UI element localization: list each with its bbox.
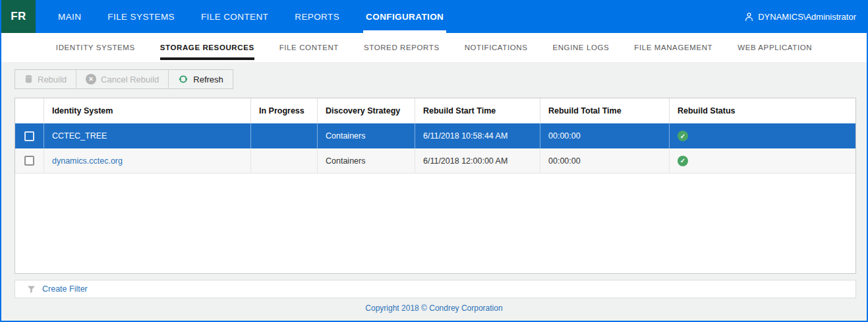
subnav-item-notifications[interactable]: NOTIFICATIONS bbox=[465, 33, 528, 62]
subnav-item-engine-logs[interactable]: ENGINE LOGS bbox=[552, 33, 609, 62]
identity-system-cell: CCTEC_TREE bbox=[44, 123, 251, 148]
subnav-item-web-application[interactable]: WEB APPLICATION bbox=[738, 33, 812, 62]
subnav-item-stored-reports[interactable]: STORED REPORTS bbox=[364, 33, 440, 62]
row-checkbox[interactable] bbox=[24, 156, 34, 166]
identity-systems-table: Identity System In Progress Discovery St… bbox=[14, 98, 856, 274]
header-rebuild-start-time[interactable]: Rebuild Start Time bbox=[415, 98, 540, 123]
subnav-item-file-content[interactable]: FILE CONTENT bbox=[279, 33, 339, 62]
cancel-rebuild-button[interactable]: Cancel Rebuild bbox=[76, 70, 169, 88]
top-nav: MAIN FILE SYSTEMS FILE CONTENT REPORTS C… bbox=[57, 0, 469, 33]
rebuild-total-time-cell: 00:00:00 bbox=[540, 123, 670, 148]
header-rebuild-total-time[interactable]: Rebuild Total Time bbox=[540, 98, 670, 123]
topnav-item-configuration[interactable]: CONFIGURATION bbox=[364, 0, 445, 33]
header-in-progress[interactable]: In Progress bbox=[251, 98, 318, 123]
subnav-item-identity-systems[interactable]: IDENTITY SYSTEMS bbox=[56, 33, 135, 62]
app-logo: FR bbox=[1, 0, 36, 33]
rebuild-button[interactable]: Rebuild bbox=[15, 70, 76, 88]
filter-bar: Create Filter bbox=[14, 280, 856, 298]
row-select-cell bbox=[15, 148, 44, 173]
topbar-spacer bbox=[469, 0, 744, 33]
subnav-item-storage-resources[interactable]: STORAGE RESOURCES bbox=[160, 33, 254, 62]
header-identity-system[interactable]: Identity System bbox=[44, 98, 251, 123]
app-window: FR MAIN FILE SYSTEMS FILE CONTENT REPORT… bbox=[0, 0, 868, 322]
rebuild-start-time-cell: 6/11/2018 10:58:44 AM bbox=[415, 123, 540, 148]
configuration-sub-nav: IDENTITY SYSTEMS STORAGE RESOURCES FILE … bbox=[1, 33, 867, 62]
row-select-cell bbox=[15, 123, 44, 148]
table-row[interactable]: CCTEC_TREE Containers 6/11/2018 10:58:44… bbox=[15, 123, 855, 148]
database-icon bbox=[24, 75, 33, 84]
rebuild-total-time-cell: 00:00:00 bbox=[540, 148, 670, 173]
check-circle-icon bbox=[678, 131, 688, 141]
row-checkbox[interactable] bbox=[24, 131, 34, 141]
table-row[interactable]: dynamics.cctec.org Containers 6/11/2018 … bbox=[15, 148, 855, 174]
create-filter-link[interactable]: Create Filter bbox=[42, 284, 88, 294]
topnav-item-main[interactable]: MAIN bbox=[57, 0, 82, 33]
toolbar: Rebuild Cancel Rebuild Refresh bbox=[14, 69, 233, 89]
refresh-button-label: Refresh bbox=[193, 75, 223, 84]
identity-system-link[interactable]: dynamics.cctec.org bbox=[44, 148, 251, 173]
filter-funnel-icon bbox=[27, 285, 36, 294]
top-nav-bar: FR MAIN FILE SYSTEMS FILE CONTENT REPORT… bbox=[1, 0, 867, 33]
user-name-label: DYNAMICS\Administrator bbox=[758, 12, 856, 22]
subnav-item-file-management[interactable]: FILE MANAGEMENT bbox=[634, 33, 712, 62]
topnav-item-file-content[interactable]: FILE CONTENT bbox=[200, 0, 270, 33]
topnav-item-reports[interactable]: REPORTS bbox=[293, 0, 341, 33]
rebuild-status-cell bbox=[670, 148, 855, 173]
in-progress-cell bbox=[251, 123, 318, 148]
header-rebuild-status[interactable]: Rebuild Status bbox=[670, 98, 855, 123]
rebuild-status-cell bbox=[670, 123, 855, 148]
discovery-strategy-cell: Containers bbox=[318, 148, 415, 173]
topnav-item-file-systems[interactable]: FILE SYSTEMS bbox=[106, 0, 176, 33]
cancel-circle-icon bbox=[86, 74, 96, 84]
table-header-row: Identity System In Progress Discovery St… bbox=[15, 98, 855, 123]
in-progress-cell bbox=[251, 148, 318, 173]
main-content: Rebuild Cancel Rebuild Refresh bbox=[1, 62, 867, 321]
cancel-rebuild-button-label: Cancel Rebuild bbox=[101, 75, 159, 84]
current-user[interactable]: DYNAMICS\Administrator bbox=[744, 0, 856, 33]
person-icon bbox=[744, 12, 754, 22]
rebuild-start-time-cell: 6/11/2018 12:00:00 AM bbox=[415, 148, 540, 173]
rebuild-button-label: Rebuild bbox=[38, 75, 67, 84]
refresh-icon bbox=[178, 74, 188, 84]
header-discovery-strategy[interactable]: Discovery Strategy bbox=[318, 98, 415, 123]
check-circle-icon bbox=[678, 156, 688, 166]
discovery-strategy-cell: Containers bbox=[318, 123, 415, 148]
header-select-column bbox=[15, 98, 44, 123]
refresh-button[interactable]: Refresh bbox=[169, 70, 233, 88]
copyright-footer: Copyright 2018 © Condrey Corporation bbox=[1, 304, 867, 313]
